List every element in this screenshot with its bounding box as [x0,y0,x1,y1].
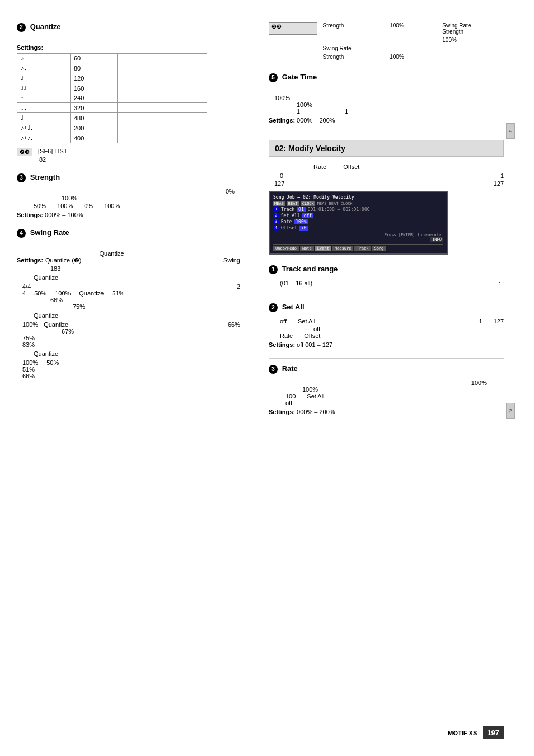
swing-rate-num: 4 [17,229,26,238]
screen-tab-track[interactable]: Track [354,246,371,251]
table-row: ♪60 [17,54,207,63]
gate-100a: 100% [274,95,290,101]
mv-val-0: 0 [280,172,283,179]
rate-title: 3 Rate [269,364,504,374]
top-strength2: Strength [323,54,385,60]
table-row: ♪♩80 [17,63,207,73]
right-tab-2[interactable]: 2 [506,403,515,419]
rate-pct-100b: 100% [302,386,318,393]
top-pct-100c: 100% [390,54,437,60]
screen-tab-event[interactable]: Event [315,246,331,251]
screen-tab-measure[interactable]: Measure [332,246,354,251]
top-icon: ❷❸ [269,22,317,35]
rate-pct-100a: 100% [471,379,487,386]
rate-100b: 100% [269,386,504,393]
gate-time-num: 5 [269,73,278,82]
rate-off: off [269,400,504,406]
strength-row2: 50% 100% 0% 100% [17,203,240,209]
strength-0pct: 0% [17,188,240,195]
screen-tabs: Undo/Redo Note Event Measure Track Song [273,244,443,251]
divider-2 [269,134,504,134]
set-all-title: 2 Set All [269,303,504,312]
top-strength: Strength [323,22,385,35]
screen-enter-msg: Press [ENTER] to execute. [273,233,443,237]
screen-row-rate: 3 Rate 100% [273,219,443,224]
table-row: ♩♩160 [17,83,207,93]
gate-row1: 100% [269,95,504,101]
mv-screen: Song Job – 02: Modify Velocity MEAS BEAT… [269,191,448,255]
track-range-detail: (01 – 16 all) : : [269,280,504,287]
section-gate-time: 5 Gate Time 100% 100% 1 1 Settings: 000%… [269,73,504,124]
quantize-settings-label: Settings: [17,44,240,51]
page-number: 197 [483,726,504,739]
motif-label: MOTIF XS [448,730,477,736]
swing-settings-value: 183 [17,265,240,272]
sf6-row: ❷❸ [SF6] LIST [17,148,240,156]
set-all-off: off [280,318,287,325]
divider-3 [269,297,504,297]
rate-settings: Settings: 000% – 200% [269,408,504,415]
screen-tab-note[interactable]: Note [300,246,314,251]
swing-row1: 4/4 2 [17,283,240,290]
track-range-num: 1 [269,265,278,274]
table-row: ↑240 [17,93,207,103]
gate-settings: Settings: 000% – 200% [269,117,504,124]
gate-100b: 100% [297,101,312,108]
screen-row-set-all: 2 Set All off [273,213,443,218]
screen-tab-song[interactable]: Song [372,246,386,251]
modify-velocity-header: 02: Modify Velocity [269,140,504,157]
gate-row3: 1 1 [269,108,504,115]
mv-127a: 127 [274,180,284,187]
mv-rate-label: Rate [313,163,326,170]
table-row: ♪+♪♩400 [17,133,207,143]
strength-num: 3 [17,173,26,182]
divider-1 [269,67,504,67]
right-tab-1[interactable]: ← [506,123,515,139]
set-all-row1: off Set All 1 127 [269,318,504,325]
quantize-num: 2 [17,23,26,32]
gate-1a: 1 [297,108,300,115]
gate-row2: 100% [269,101,504,108]
swing-row4: 75% [17,335,240,341]
swing-75: 75% [17,303,240,310]
screen-tab-undo[interactable]: Undo/Redo [273,246,299,251]
set-all-1: 1 [479,318,483,325]
top-swing-rate: Swing Rate [323,45,385,51]
gate-1b: 1 [345,108,348,115]
table-row: ♩480 [17,113,207,123]
section-rate: 3 Rate 100% 100% 100 Set All off Setting… [269,364,504,415]
rate-off-label: off [285,400,292,406]
swing-quantize-label: Quantize [17,250,240,257]
swing-83: 83% [17,341,240,348]
section-track-range: 1 Track and range (01 – 16 all) : : [269,265,504,287]
page-container: 2 Quantize Settings: ♪60 ♪♩80 ♩120 ♩♩160… [0,0,534,756]
set-all-label: Set All [298,318,315,325]
left-column: 2 Quantize Settings: ♪60 ♪♩80 ♩120 ♩♩160… [0,11,257,745]
mv-val-1: 1 [500,172,504,179]
top-swing-rate-strength: Swing Rate Strength [442,22,504,35]
screen-row-offset: 4 Offset +0 [273,225,443,231]
swing-quantize4: Quantize [17,350,240,357]
swing-66: 66% [17,297,240,303]
set-all-num: 2 [269,303,278,312]
table-row: ↓♩320 [17,103,207,113]
swing-row2: 4 50% 100% Quantize 51% [17,290,240,297]
divider-4 [269,358,504,359]
swing-rate-title: 4 Swing Rate [17,228,240,238]
set-all-row3: Rate Offset [269,332,504,339]
section-modify-velocity: 02: Modify Velocity Rate Offset 0 1 127 … [269,140,504,255]
set-all-offset: Offset [304,332,320,339]
strength-settings: Settings: 000% – 100% [17,212,240,218]
track-range-colons: : : [499,280,504,287]
right-column: ❷❸ Strength 100% Swing Rate Strength 100… [257,11,515,745]
swing-row3: 100% Quantize 66% [17,321,240,328]
sf6-value: 82 [17,156,240,163]
rate-100a: 100% [269,379,504,386]
section-swing-rate: 4 Swing Rate Quantize Settings: Quantize… [17,228,240,379]
table-row: ♩120 [17,73,207,83]
mv-rate-offset-labels: Rate Offset [269,163,504,170]
swing-settings-row: Settings: Quantize (❷) Swing [17,257,240,264]
set-all-127: 127 [494,318,504,325]
mv-row2: 127 127 [269,180,504,187]
screen-row-track: MEAS BEAT CLOCK MEAS BEAT CLOCK [273,201,443,206]
